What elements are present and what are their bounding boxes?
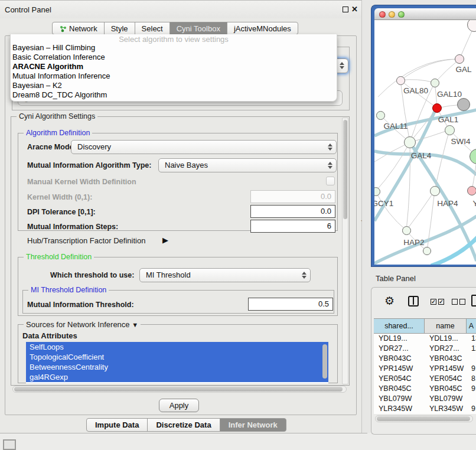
column-header[interactable]: name bbox=[425, 319, 467, 333]
table-row[interactable]: YBR045CYBR045C9. bbox=[374, 384, 476, 394]
right-arrow-icon[interactable]: ▶ bbox=[162, 236, 168, 244]
zoom-traffic-icon[interactable] bbox=[398, 11, 405, 18]
mi-threshold-field[interactable]: 0.5 bbox=[248, 298, 333, 311]
down-arrow-icon[interactable]: ▼ bbox=[132, 321, 138, 328]
aracne-mode-value: Discovery bbox=[77, 142, 111, 151]
algorithm-option[interactable]: Mutual Information Inference bbox=[11, 71, 337, 81]
table-row[interactable]: YBR043CYBR043C bbox=[374, 354, 476, 364]
node-label: HAP4 bbox=[437, 199, 458, 208]
data-attributes-list[interactable]: SelfLoopsTopologicalCoefficientBetweenne… bbox=[26, 342, 328, 383]
algorithm-option[interactable]: Bayesian – K2 bbox=[11, 81, 337, 90]
network-node-gal1[interactable] bbox=[432, 103, 442, 113]
table-panel: ⚙ ✓ ✓ shared...nameA YDL19...YDL19...13Y… bbox=[371, 287, 476, 435]
table-cell: 9. bbox=[467, 404, 476, 414]
unchecked-checkbox-icon[interactable] bbox=[459, 299, 465, 305]
column-header[interactable]: shared... bbox=[374, 319, 425, 333]
mi-steps-field[interactable]: 6 bbox=[250, 220, 335, 233]
document-icon[interactable] bbox=[471, 295, 476, 306]
tab-network[interactable]: Network bbox=[52, 22, 105, 35]
node-label: SWI4 bbox=[451, 137, 470, 146]
kernel-width-label: Kernel Width (0,1): bbox=[27, 193, 92, 201]
node-label: Y bbox=[472, 199, 476, 208]
table-cell: 13 bbox=[467, 334, 476, 344]
table-horizontal-scrollbar[interactable] bbox=[375, 415, 473, 422]
minimize-traffic-icon[interactable] bbox=[389, 11, 395, 18]
tab-impute-data[interactable]: Impute Data bbox=[86, 418, 148, 432]
network-node-gal11[interactable] bbox=[376, 111, 385, 120]
network-window-titlebar[interactable] bbox=[374, 8, 476, 20]
combo-arrows-icon bbox=[338, 61, 345, 70]
table-row[interactable]: YER054CYER054C8. bbox=[374, 374, 476, 384]
network-node-y[interactable] bbox=[467, 186, 476, 195]
table-row[interactable]: YPR145WYPR145W9. bbox=[374, 364, 476, 374]
data-attribute-item[interactable]: TopologicalCoefficient bbox=[26, 352, 328, 362]
kernel-width-field[interactable]: 0.0 bbox=[250, 190, 335, 203]
which-threshold-value: MI Threshold bbox=[146, 270, 191, 279]
network-node-gal80[interactable] bbox=[396, 76, 405, 85]
tab-style[interactable]: Style bbox=[104, 22, 135, 35]
aracne-mode-combobox[interactable]: Discovery bbox=[71, 140, 337, 154]
table-row[interactable]: YBL079WYBL079W bbox=[374, 394, 476, 404]
table-row[interactable]: YDL19...YDL19...13 bbox=[374, 334, 476, 344]
dpi-tolerance-field[interactable]: 0.0 bbox=[250, 205, 335, 218]
unchecked-checkbox-icon[interactable] bbox=[452, 299, 458, 305]
data-attribute-item[interactable]: gal4RGexp bbox=[26, 372, 328, 382]
bottom-left-widget[interactable] bbox=[3, 439, 16, 450]
columns-icon[interactable] bbox=[408, 296, 419, 306]
apply-button[interactable]: Apply bbox=[159, 399, 199, 412]
algorithm-option[interactable]: ARACNE Algorithm bbox=[11, 62, 337, 71]
network-node-gal[interactable] bbox=[455, 54, 464, 64]
mi-threshold-title: MI Threshold Definition bbox=[28, 286, 109, 294]
tab-infer-network[interactable]: Infer Network bbox=[220, 418, 286, 432]
network-node-hap2[interactable] bbox=[402, 226, 411, 235]
network-node[interactable] bbox=[423, 247, 431, 255]
tab-cyni-toolbox[interactable]: Cyni Toolbox bbox=[169, 22, 227, 35]
combo-arrows-icon bbox=[327, 142, 334, 152]
manual-kernel-checkbox[interactable] bbox=[326, 177, 335, 185]
table-row[interactable]: YDR27...YDR27...12 bbox=[374, 344, 476, 354]
network-node-hap4[interactable] bbox=[430, 186, 440, 196]
close-traffic-icon[interactable] bbox=[379, 11, 386, 18]
table-cell bbox=[467, 394, 476, 404]
checked-checkbox-icon[interactable]: ✓ bbox=[431, 299, 436, 305]
algorithm-option[interactable]: Basic Correlation Inference bbox=[11, 53, 337, 62]
attributes-scrollbar[interactable] bbox=[322, 344, 327, 379]
checked-checkbox-icon[interactable]: ✓ bbox=[438, 299, 444, 305]
which-threshold-label: Which threshold to use: bbox=[50, 271, 134, 279]
network-node[interactable] bbox=[457, 98, 470, 111]
table-row[interactable]: YLR345WYLR345W9. bbox=[374, 404, 476, 414]
tab-select[interactable]: Select bbox=[135, 22, 170, 35]
settings-horizontal-scrollbar[interactable] bbox=[12, 386, 347, 393]
mi-type-combobox[interactable]: Naive Bayes bbox=[158, 158, 337, 172]
network-canvas[interactable]: GALGAL80GAL10GAL1GAL11SWI4GAL4GCY1HAP4YH… bbox=[374, 20, 476, 265]
gear-icon[interactable]: ⚙ bbox=[384, 294, 395, 308]
network-icon bbox=[59, 25, 67, 32]
table-cell: YBR045C bbox=[374, 384, 425, 394]
settings-vertical-scrollbar[interactable] bbox=[342, 118, 348, 384]
tab-jactivemnodules[interactable]: jActiveMNodules bbox=[227, 22, 298, 35]
network-node-gcy1[interactable] bbox=[374, 187, 380, 196]
table-cell: YER054C bbox=[425, 374, 467, 384]
control-panel-window: Control Panel ✕ NetworkStyleSelectCyni T… bbox=[0, 0, 362, 433]
table-cell: YDR27... bbox=[425, 344, 467, 354]
dpi-tolerance-label: DPI Tolerance [0,1]: bbox=[27, 208, 96, 216]
float-window-icon[interactable] bbox=[343, 6, 348, 12]
algorithm-option[interactable]: Dream8 DC_TDC Algorithm bbox=[11, 90, 337, 100]
tab-discretize-data[interactable]: Discretize Data bbox=[147, 418, 220, 432]
which-threshold-combobox[interactable]: MI Threshold bbox=[139, 268, 311, 282]
node-label: GAL1 bbox=[438, 115, 459, 124]
table-cell: YBR045C bbox=[425, 384, 467, 394]
algorithm-option[interactable]: Bayesian – Hill Climbing bbox=[11, 43, 337, 53]
data-attribute-item[interactable]: SelfLoops bbox=[26, 342, 328, 352]
table-cell: YDL19... bbox=[425, 334, 467, 344]
sources-title: Sources for Network Inference ▼ bbox=[24, 320, 141, 329]
column-header[interactable]: A bbox=[467, 319, 476, 333]
dropdown-placeholder: Select algorithm to view settings bbox=[11, 34, 337, 43]
hub-definition-expander[interactable]: Hub/Transcription Factor Definition bbox=[27, 236, 145, 245]
network-node-swi4[interactable] bbox=[445, 125, 455, 135]
network-node-gal10[interactable] bbox=[431, 79, 439, 87]
data-attribute-item[interactable]: BetweennessCentrality bbox=[26, 362, 328, 372]
bottom-tab-bar: Impute DataDiscretize DataInfer Network bbox=[86, 418, 286, 432]
network-node-gal4[interactable] bbox=[404, 136, 416, 148]
close-icon[interactable]: ✕ bbox=[351, 5, 358, 14]
